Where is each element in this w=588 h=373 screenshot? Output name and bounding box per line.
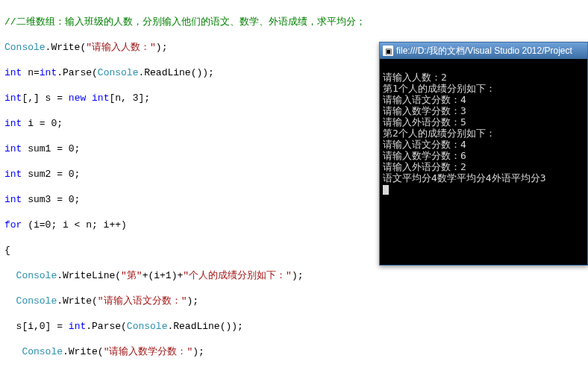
console-line: 第2个人的成绩分别如下： (383, 128, 495, 139)
console-title-text: file:///D:/我的文档/Visual Studio 2012/Proje… (396, 45, 572, 57)
console-cursor (383, 185, 389, 195)
console-line: 请输入语文分数：4 (383, 94, 466, 105)
console-line: 请输入数学分数：3 (383, 105, 466, 116)
console-output: 请输入人数：2 第1个人的成绩分别如下： 请输入语文分数：4 请输入数学分数：3… (380, 59, 587, 207)
console-titlebar[interactable]: ▣ file:///D:/我的文档/Visual Studio 2012/Pro… (380, 43, 587, 59)
console-line: 语文平均分4数学平均分4外语平均分3 (383, 172, 545, 184)
code-comment: //二维数组：输入班级的人数，分别输入他们的语文、数学、外语成绩，求平均分； (4, 16, 366, 28)
console-line: 请输入人数：2 (383, 72, 447, 83)
code-token: Console (4, 42, 46, 53)
console-icon: ▣ (383, 46, 393, 56)
console-line: 请输入语文分数：4 (383, 139, 466, 150)
console-line: 请输入外语分数：5 (383, 116, 466, 128)
console-line: 第1个人的成绩分别如下： (383, 83, 495, 94)
console-window[interactable]: ▣ file:///D:/我的文档/Visual Studio 2012/Pro… (379, 42, 588, 266)
console-line: 请输入外语分数：2 (383, 161, 466, 172)
console-line: 请输入数学分数：6 (383, 150, 466, 161)
